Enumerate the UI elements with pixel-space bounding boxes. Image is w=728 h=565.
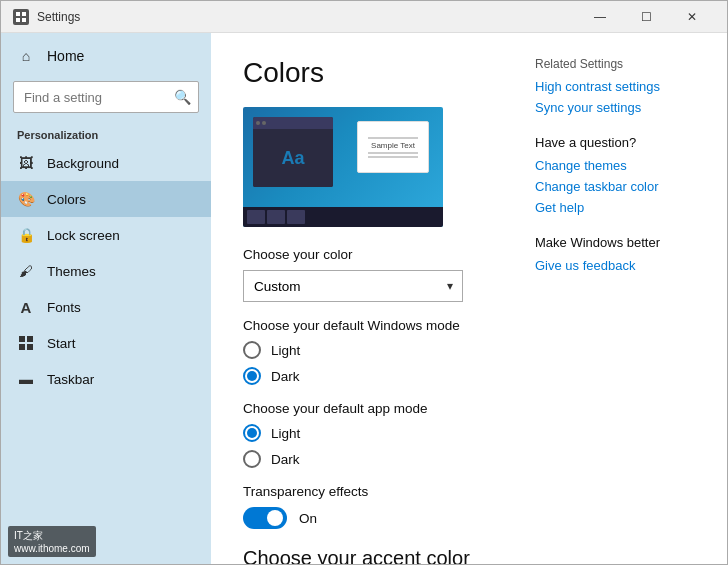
maximize-button[interactable]: ☐ [623,1,669,33]
windows-mode-light-radio[interactable] [243,341,261,359]
title-bar: Settings — ☐ ✕ [1,1,727,33]
settings-window: Settings — ☐ ✕ ⌂ Home 🔍 Personalization … [0,0,728,565]
search-input[interactable] [13,81,199,113]
change-taskbar-link[interactable]: Change taskbar color [535,179,711,194]
windows-mode-section: Choose your default Windows mode Light D… [243,318,495,385]
app-mode-light-label: Light [271,426,300,441]
main-content: Colors Aa Sample Text [211,33,527,564]
svg-rect-3 [22,18,26,22]
sidebar-item-background-label: Background [47,156,119,171]
minimize-button[interactable]: — [577,1,623,33]
home-icon: ⌂ [17,47,35,65]
colors-icon: 🎨 [17,190,35,208]
start-icon [17,334,35,352]
themes-icon: 🖌 [17,262,35,280]
change-themes-link[interactable]: Change themes [535,158,711,173]
svg-rect-6 [19,344,25,350]
app-mode-light-radio[interactable] [243,424,261,442]
fonts-icon: A [17,298,35,316]
svg-rect-7 [27,344,33,350]
title-bar-controls: — ☐ ✕ [577,1,715,33]
sidebar-item-start-label: Start [47,336,76,351]
search-icon: 🔍 [174,89,191,105]
windows-mode-dark-radio[interactable] [243,367,261,385]
sidebar-item-start[interactable]: Start [1,325,211,361]
close-button[interactable]: ✕ [669,1,715,33]
transparency-label: Transparency effects [243,484,495,499]
accent-section: Choose your accent color Automatically p… [243,547,495,564]
sidebar-item-background[interactable]: 🖼 Background [1,145,211,181]
better-title: Make Windows better [535,235,711,250]
preview-sample-text: Sample Text [371,141,415,150]
preview-window-title-bar [253,117,333,129]
preview-dark-window: Aa [253,117,333,187]
feedback-link[interactable]: Give us feedback [535,258,711,273]
get-help-link[interactable]: Get help [535,200,711,215]
related-settings-section: Related Settings High contrast settings … [535,57,711,115]
preview-light-window: Sample Text [357,121,429,173]
svg-rect-0 [16,12,20,16]
windows-mode-radio-group: Light Dark [243,341,495,385]
color-dropdown-wrapper: Custom ▾ [243,270,463,302]
preview-line [368,137,418,139]
sidebar-item-colors-label: Colors [47,192,86,207]
color-preview: Aa Sample Text [243,107,443,227]
sidebar-item-taskbar[interactable]: ▬ Taskbar [1,361,211,397]
color-dropdown[interactable]: Custom [243,270,463,302]
related-settings-title: Related Settings [535,57,711,71]
choose-color-section: Choose your color Custom ▾ [243,247,495,302]
accent-title: Choose your accent color [243,547,495,564]
transparency-row: On [243,507,495,529]
sidebar-section-label: Personalization [1,123,211,145]
sidebar-item-home[interactable]: ⌂ Home [1,37,211,75]
preview-line [368,152,418,154]
transparency-toggle[interactable] [243,507,287,529]
sidebar-item-themes-label: Themes [47,264,96,279]
preview-aa-text: Aa [253,129,333,187]
preview-dot [262,121,266,125]
preview-dot [256,121,260,125]
sidebar-item-themes[interactable]: 🖌 Themes [1,253,211,289]
taskbar-item [287,210,305,224]
preview-taskbar [243,207,443,227]
sidebar: ⌂ Home 🔍 Personalization 🖼 Background 🎨 … [1,33,211,564]
app-mode-dark-radio[interactable] [243,450,261,468]
high-contrast-link[interactable]: High contrast settings [535,79,711,94]
app-mode-dark[interactable]: Dark [243,450,495,468]
sidebar-item-lock-screen[interactable]: 🔒 Lock screen [1,217,211,253]
better-section: Make Windows better Give us feedback [535,235,711,273]
sidebar-item-colors[interactable]: 🎨 Colors [1,181,211,217]
sidebar-item-fonts-label: Fonts [47,300,81,315]
transparency-value: On [299,511,317,526]
preview-dots [256,121,266,125]
sidebar-item-taskbar-label: Taskbar [47,372,94,387]
taskbar-item [247,210,265,224]
app-icon [13,9,29,25]
sidebar-item-fonts[interactable]: A Fonts [1,289,211,325]
sync-settings-link[interactable]: Sync your settings [535,100,711,115]
windows-mode-light[interactable]: Light [243,341,495,359]
svg-rect-4 [19,336,25,342]
windows-mode-dark-label: Dark [271,369,300,384]
toggle-knob [267,510,283,526]
app-mode-section: Choose your default app mode Light Dark [243,401,495,468]
sidebar-item-lock-label: Lock screen [47,228,120,243]
sidebar-search: 🔍 [13,81,199,113]
svg-rect-1 [22,12,26,16]
windows-mode-dark[interactable]: Dark [243,367,495,385]
transparency-section: Transparency effects On [243,484,495,529]
preview-line [368,156,418,158]
svg-rect-2 [16,18,20,22]
taskbar-icon: ▬ [17,370,35,388]
app-mode-light[interactable]: Light [243,424,495,442]
app-mode-dark-label: Dark [271,452,300,467]
sidebar-home-label: Home [47,48,84,64]
taskbar-item [267,210,285,224]
title-bar-left: Settings [13,9,80,25]
app-mode-radio-group: Light Dark [243,424,495,468]
windows-mode-label: Choose your default Windows mode [243,318,495,333]
right-panel: Related Settings High contrast settings … [527,33,727,564]
lock-icon: 🔒 [17,226,35,244]
page-title: Colors [243,57,495,89]
svg-rect-5 [27,336,33,342]
